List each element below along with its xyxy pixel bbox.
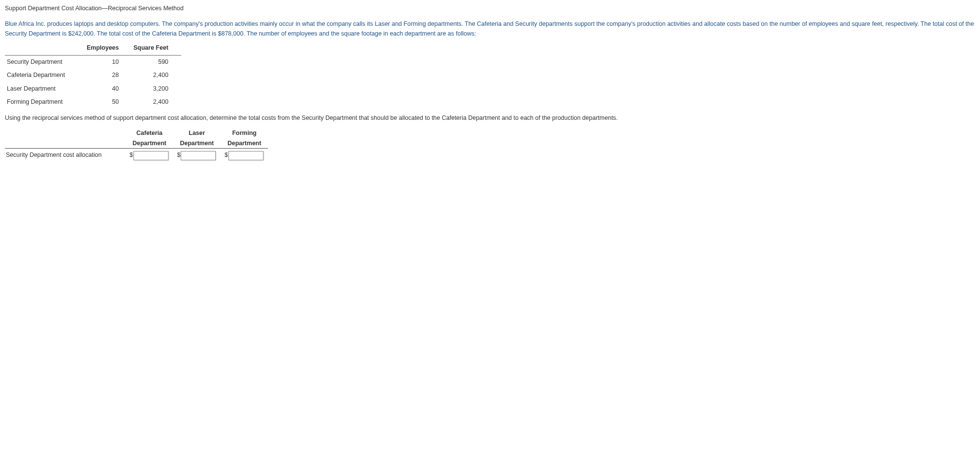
cafeteria-cost-input[interactable] [133, 151, 169, 160]
table-row: Security Department 10 590 [5, 55, 181, 69]
table-row: Forming Department 50 2,400 [5, 95, 181, 109]
alloc-header-forming-1: Forming [221, 128, 268, 138]
dept-label: Laser Department [5, 82, 85, 95]
currency-symbol: $ [225, 152, 228, 158]
department-data-table: Employees Square Feet Security Departmen… [5, 41, 181, 109]
cell-employees: 28 [85, 69, 132, 82]
cell-sqft: 2,400 [132, 95, 181, 109]
alloc-cell-laser: $ [173, 149, 220, 162]
alloc-row-label: Security Department cost allocation [5, 149, 126, 162]
page-title-text: Support Department Cost Allocation—Recip… [5, 5, 184, 12]
alloc-cell-forming: $ [221, 149, 268, 162]
allocation-table: Cafeteria Laser Forming Department Depar… [5, 128, 268, 162]
intro-paragraph: Blue Africa Inc. produces laptops and de… [5, 19, 975, 38]
table-row: Cafeteria Department 28 2,400 [5, 69, 181, 82]
dept-label: Forming Department [5, 95, 85, 109]
alloc-row: Security Department cost allocation $ $ … [5, 149, 268, 162]
instruction-paragraph: Using the reciprocal services method of … [5, 114, 975, 123]
alloc-header-line1: Cafeteria Laser Forming [5, 128, 268, 138]
cell-employees: 10 [85, 55, 132, 69]
dept-label: Cafeteria Department [5, 69, 85, 82]
alloc-header-cafeteria-2: Department [126, 138, 173, 149]
alloc-header-forming-2: Department [221, 138, 268, 149]
cell-employees: 50 [85, 95, 132, 109]
laser-cost-input[interactable] [181, 151, 216, 160]
forming-cost-input[interactable] [228, 151, 264, 160]
dept-label: Security Department [5, 55, 85, 69]
cell-sqft: 2,400 [132, 69, 181, 82]
cell-sqft: 3,200 [132, 82, 181, 95]
header-sqft: Square Feet [132, 41, 181, 55]
currency-symbol: $ [177, 152, 180, 158]
alloc-header-laser-1: Laser [173, 128, 220, 138]
table-row: Laser Department 40 3,200 [5, 82, 181, 95]
table-header-row: Employees Square Feet [5, 41, 181, 55]
alloc-header-laser-2: Department [173, 138, 220, 149]
cell-employees: 40 [85, 82, 132, 95]
alloc-header-blank [5, 128, 126, 138]
alloc-header-blank2 [5, 138, 126, 149]
page-title: Support Department Cost Allocation—Recip… [5, 4, 975, 13]
alloc-header-line2: Department Department Department [5, 138, 268, 149]
alloc-header-cafeteria-1: Cafeteria [126, 128, 173, 138]
header-employees: Employees [85, 41, 132, 55]
currency-symbol: $ [130, 152, 133, 158]
alloc-cell-cafeteria: $ [126, 149, 173, 162]
instruction-text: Using the reciprocal services method of … [5, 114, 618, 121]
cell-sqft: 590 [132, 55, 181, 69]
intro-text: Blue Africa Inc. produces laptops and de… [5, 20, 974, 37]
header-blank [5, 41, 85, 55]
